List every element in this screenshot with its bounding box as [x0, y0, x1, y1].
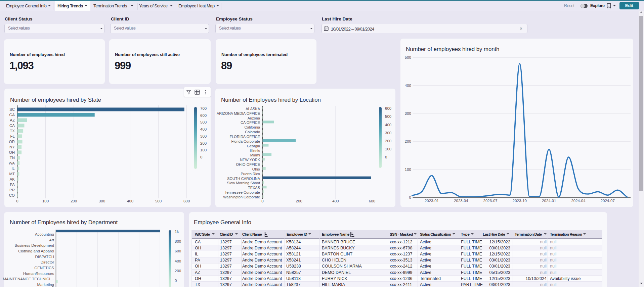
- svg-text:GENETICS: GENETICS: [34, 266, 54, 270]
- svg-text:Art: Art: [49, 238, 54, 242]
- svg-text:Accounting: Accounting: [35, 232, 54, 236]
- svg-text:Clothing and Apparel: Clothing and Apparel: [18, 249, 54, 253]
- svg-text:Business Development: Business Development: [14, 243, 54, 247]
- svg-text:Director: Director: [41, 260, 54, 264]
- svg-text:600: 600: [175, 249, 181, 253]
- svg-text:MAINTENANCE TECHNICI…: MAINTENANCE TECHNICI…: [3, 277, 54, 281]
- svg-text:400: 400: [175, 259, 181, 263]
- svg-text:HumanResources: HumanResources: [23, 272, 54, 276]
- svg-text:200: 200: [175, 269, 181, 273]
- svg-text:0: 0: [175, 279, 177, 283]
- svg-text:1k: 1k: [175, 230, 179, 234]
- svg-text:Marketing: Marketing: [37, 283, 54, 287]
- svg-text:DISPATCH: DISPATCH: [35, 255, 54, 259]
- svg-text:800: 800: [175, 239, 181, 243]
